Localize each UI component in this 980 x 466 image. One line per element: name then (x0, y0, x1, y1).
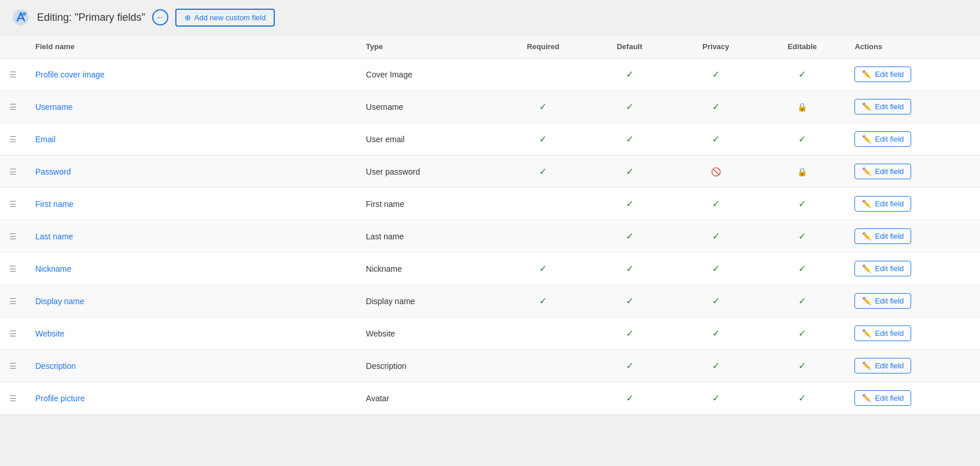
field-required-cell (500, 188, 587, 220)
field-name-link[interactable]: Profile cover image (35, 70, 105, 79)
table-header: Field name Type Required Default Privacy… (0, 35, 980, 58)
edit-field-label: Edit field (875, 102, 904, 111)
check-icon: ✓ (626, 361, 633, 371)
edit-field-button[interactable]: ✏️Edit field (854, 261, 911, 276)
drag-handle-cell: ☰ (0, 91, 26, 123)
field-name-cell: Display name (26, 285, 357, 317)
check-icon: ✓ (798, 134, 806, 144)
edit-field-label: Edit field (875, 329, 904, 338)
check-icon: ✓ (626, 231, 633, 241)
field-required-cell: ✓ (500, 91, 587, 123)
table-row: ☰Profile cover imageCover Image✓✓✓✏️Edit… (0, 58, 980, 91)
table-body: ☰Profile cover imageCover Image✓✓✓✏️Edit… (0, 58, 980, 415)
field-required-cell (500, 58, 587, 91)
field-required-cell (500, 220, 587, 253)
check-icon: ✓ (712, 199, 720, 209)
field-privacy-cell: ✓ (673, 350, 759, 382)
pencil-icon: ✏️ (862, 102, 871, 111)
field-actions-cell: ✏️Edit field (845, 156, 980, 188)
field-name-link[interactable]: Password (35, 167, 71, 176)
drag-handle-icon[interactable]: ☰ (9, 394, 17, 403)
field-name-cell: Description (26, 350, 357, 382)
col-header-actions: Actions (845, 35, 980, 58)
field-name-link[interactable]: Nickname (35, 264, 71, 273)
edit-field-label: Edit field (875, 297, 904, 305)
check-icon: ✓ (626, 102, 633, 112)
edit-field-label: Edit field (875, 394, 904, 402)
field-required-cell (500, 350, 587, 382)
field-name-link[interactable]: Username (35, 102, 73, 112)
edit-field-button[interactable]: ✏️Edit field (854, 131, 911, 147)
drag-handle-icon[interactable]: ☰ (9, 264, 17, 273)
edit-field-label: Edit field (875, 232, 904, 241)
edit-field-button[interactable]: ✏️Edit field (854, 196, 911, 212)
check-icon: ✓ (626, 393, 633, 403)
field-actions-cell: ✏️Edit field (845, 382, 980, 415)
field-actions-cell: ✏️Edit field (845, 350, 980, 382)
field-type-cell: Display name (357, 285, 500, 317)
check-icon: ✓ (712, 231, 720, 241)
check-icon: ✓ (712, 296, 720, 306)
drag-handle-icon[interactable]: ☰ (9, 361, 17, 371)
logo-icon (12, 8, 30, 27)
field-name-link[interactable]: Last name (35, 232, 73, 241)
field-name-link[interactable]: Profile picture (35, 394, 85, 403)
edit-field-button[interactable]: ✏️Edit field (854, 390, 911, 406)
field-type-cell: Last name (357, 220, 500, 253)
table-row: ☰NicknameNickname✓✓✓✓✏️Edit field (0, 253, 980, 285)
table-row: ☰WebsiteWebsite✓✓✓✏️Edit field (0, 317, 980, 350)
edit-field-button[interactable]: ✏️Edit field (854, 228, 911, 244)
back-button[interactable]: ← (152, 9, 168, 25)
field-type-cell: Website (357, 317, 500, 350)
check-icon: ✓ (626, 199, 633, 209)
field-editable-cell: ✓ (759, 220, 845, 253)
edit-field-label: Edit field (875, 135, 904, 143)
drag-handle-cell: ☰ (0, 156, 26, 188)
drag-handle-cell: ☰ (0, 350, 26, 382)
edit-field-button[interactable]: ✏️Edit field (854, 164, 911, 179)
field-name-link[interactable]: Email (35, 135, 56, 144)
table-row: ☰UsernameUsername✓✓✓🔒✏️Edit field (0, 91, 980, 123)
eye-off-icon: 🚫 (711, 167, 721, 176)
field-name-link[interactable]: First name (35, 199, 73, 209)
edit-field-button[interactable]: ✏️Edit field (854, 358, 911, 373)
drag-handle-icon[interactable]: ☰ (9, 135, 17, 144)
check-icon: ✓ (626, 296, 633, 306)
field-editable-cell: 🔒 (759, 91, 845, 123)
field-editable-cell: ✓ (759, 285, 845, 317)
field-name-link[interactable]: Description (35, 361, 76, 371)
table-row: ☰First nameFirst name✓✓✓✏️Edit field (0, 188, 980, 220)
field-type-cell: Avatar (357, 382, 500, 415)
pencil-icon: ✏️ (862, 394, 871, 402)
drag-handle-icon[interactable]: ☰ (9, 102, 17, 112)
check-icon: ✓ (798, 231, 806, 241)
drag-handle-icon[interactable]: ☰ (9, 329, 17, 338)
check-icon: ✓ (539, 102, 547, 112)
edit-field-button[interactable]: ✏️Edit field (854, 326, 911, 341)
drag-handle-icon[interactable]: ☰ (9, 70, 17, 79)
field-editable-cell: 🔒 (759, 156, 845, 188)
check-icon: ✓ (626, 264, 633, 273)
drag-handle-icon[interactable]: ☰ (9, 199, 17, 209)
field-name-link[interactable]: Display name (35, 297, 84, 306)
edit-field-label: Edit field (875, 167, 904, 176)
pencil-icon: ✏️ (862, 167, 871, 176)
edit-field-button[interactable]: ✏️Edit field (854, 99, 911, 114)
field-name-link[interactable]: Website (35, 329, 64, 338)
drag-handle-cell: ☰ (0, 382, 26, 415)
check-icon: ✓ (539, 167, 547, 176)
add-custom-field-label: Add new custom field (194, 13, 266, 22)
pencil-icon: ✏️ (862, 329, 871, 338)
edit-field-button[interactable]: ✏️Edit field (854, 293, 911, 309)
field-privacy-cell: ✓ (673, 123, 759, 156)
drag-handle-icon[interactable]: ☰ (9, 232, 17, 241)
field-editable-cell: ✓ (759, 382, 845, 415)
field-type-cell: Username (357, 91, 500, 123)
drag-handle-icon[interactable]: ☰ (9, 297, 17, 306)
drag-handle-icon[interactable]: ☰ (9, 167, 17, 176)
add-custom-field-button[interactable]: ⊕ Add new custom field (175, 9, 275, 27)
edit-field-label: Edit field (875, 70, 904, 79)
col-header-default: Default (587, 35, 673, 58)
edit-field-button[interactable]: ✏️Edit field (854, 66, 911, 82)
col-header-required: Required (500, 35, 587, 58)
